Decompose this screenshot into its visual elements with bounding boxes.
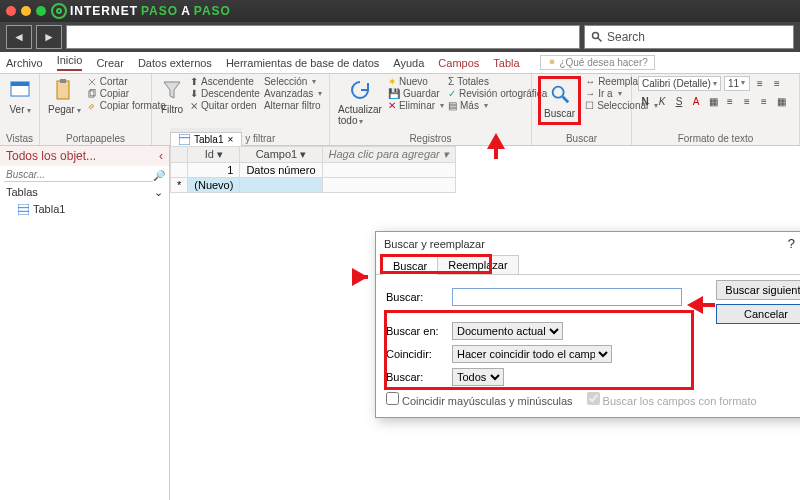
svg-rect-6: [60, 79, 66, 83]
search-input[interactable]: Search: [584, 25, 794, 49]
dialog-titlebar[interactable]: Buscar y reemplazar ?✕: [376, 232, 800, 255]
forward-button[interactable]: ►: [36, 25, 62, 49]
tab-crear[interactable]: Crear: [96, 57, 124, 69]
object-tab-tabla1[interactable]: Tabla1×: [170, 132, 242, 146]
buscar-button[interactable]: Buscar: [538, 76, 581, 125]
chk-mayusculas[interactable]: Coincidir mayúsculas y minúsculas: [386, 392, 573, 407]
group-vistas: Ver Vistas: [0, 74, 40, 145]
navigation-pane: Todos los objet...‹ 🔎 Tablas⌄ Tabla1: [0, 146, 170, 500]
group-label: Buscar: [538, 132, 625, 145]
svg-point-0: [593, 33, 599, 39]
nuevo-button[interactable]: ✶Nuevo: [388, 76, 444, 87]
tab-campos[interactable]: Campos: [438, 57, 479, 69]
buscar-siguiente-button[interactable]: Buscar siguiente: [716, 280, 800, 300]
close-icon[interactable]: ×: [227, 134, 233, 145]
filtro-button[interactable]: Filtro: [158, 76, 186, 117]
tab-inicio[interactable]: Inicio: [57, 54, 83, 71]
align-l-button[interactable]: ≡: [723, 94, 737, 108]
nav-search-input[interactable]: [4, 168, 153, 182]
browser-navbar: ◄ ► Search: [0, 22, 800, 52]
group-portapapeles: Pegar Cortar Copiar Copiar formato Porta…: [40, 74, 152, 145]
italic-button[interactable]: K: [655, 94, 669, 108]
search-icon: [591, 31, 603, 43]
dialog-tab-reemplazar[interactable]: Reemplazar: [437, 255, 518, 274]
svg-rect-11: [18, 204, 29, 215]
nav-item-tabla1[interactable]: Tabla1: [0, 201, 169, 217]
quitar-button[interactable]: ⨯Quitar orden: [190, 100, 260, 111]
tell-me[interactable]: ¿Qué desea hacer?: [540, 55, 655, 70]
dialog-tab-buscar[interactable]: Buscar: [382, 256, 438, 275]
cancelar-button[interactable]: Cancelar: [716, 304, 800, 324]
table-row-new[interactable]: * (Nuevo): [171, 178, 456, 193]
fill-button[interactable]: ▦: [706, 94, 720, 108]
nav-section-tables[interactable]: Tablas⌄: [0, 184, 169, 201]
align-c-button[interactable]: ≡: [740, 94, 754, 108]
bold-button[interactable]: N: [638, 94, 652, 108]
search-placeholder: Search: [607, 30, 645, 44]
help-icon[interactable]: ?: [788, 236, 795, 251]
col-campo1[interactable]: Campo1 ▾: [240, 147, 322, 163]
pegar-button[interactable]: Pegar: [46, 76, 83, 117]
tab-externos[interactable]: Datos externos: [138, 57, 212, 69]
brand-text: INTERNET: [70, 4, 138, 18]
svg-line-10: [562, 97, 568, 103]
size-select[interactable]: 11: [724, 76, 750, 91]
table-icon: [179, 134, 190, 145]
group-label: Registros: [336, 132, 525, 145]
seleccion-button[interactable]: Selección: [264, 76, 322, 87]
chevron-left-icon[interactable]: ‹: [159, 149, 163, 163]
buscar-en-select[interactable]: Documento actual: [452, 322, 563, 340]
chk-formato: Buscar los campos con formato: [587, 392, 757, 407]
tab-herramientas[interactable]: Herramientas de base de datos: [226, 57, 379, 69]
buscar-input[interactable]: [452, 288, 682, 306]
font-color-button[interactable]: A: [689, 94, 703, 108]
underline-button[interactable]: S: [672, 94, 686, 108]
data-grid[interactable]: Id ▾ Campo1 ▾ Haga clic para agregar ▾ 1…: [170, 146, 456, 193]
back-button[interactable]: ◄: [6, 25, 32, 49]
svg-rect-5: [57, 81, 69, 99]
svg-rect-14: [179, 134, 190, 145]
search-icon[interactable]: 🔎: [153, 170, 165, 181]
bulb-icon: [547, 58, 557, 68]
ver-button[interactable]: Ver: [6, 76, 34, 117]
align-r-button[interactable]: ≡: [757, 94, 771, 108]
indent-icon[interactable]: ≡: [753, 77, 767, 91]
direccion-select[interactable]: Todos: [452, 368, 504, 386]
nav-header[interactable]: Todos los objet...‹: [0, 146, 169, 166]
guardar-button[interactable]: 💾Guardar: [388, 88, 444, 99]
dialog-title: Buscar y reemplazar: [384, 238, 485, 250]
url-input[interactable]: [66, 25, 580, 49]
label-en: Buscar en:: [386, 325, 444, 337]
svg-point-9: [552, 87, 563, 98]
desc-button[interactable]: ⬇Descendente: [190, 88, 260, 99]
alternar-button[interactable]: Alternar filtro: [264, 100, 322, 111]
brand-text: PASO: [194, 4, 231, 18]
magnifier-icon: [549, 83, 571, 105]
avanzadas-button[interactable]: Avanzadas: [264, 88, 322, 99]
brand-logo: INTERNETPASOAPASO: [51, 3, 231, 19]
tab-tabla[interactable]: Tabla: [493, 57, 519, 69]
datasheet: Tabla1× Id ▾ Campo1 ▾ Haga clic para agr…: [170, 146, 800, 500]
table-row[interactable]: 1 Datos número: [171, 163, 456, 178]
coincidir-select[interactable]: Hacer coincidir todo el campo: [452, 345, 612, 363]
min-dot[interactable]: [21, 6, 31, 16]
col-id[interactable]: Id ▾: [188, 147, 240, 163]
outdent-icon[interactable]: ≡: [770, 77, 784, 91]
group-label: Portapapeles: [46, 132, 145, 145]
eliminar-button[interactable]: ✕Eliminar: [388, 100, 444, 111]
svg-rect-4: [11, 82, 29, 86]
group-label: Formato de texto: [638, 132, 793, 145]
label-coincidir: Coincidir:: [386, 348, 444, 360]
font-select[interactable]: Calibri (Detalle): [638, 76, 721, 91]
tab-archivo[interactable]: Archivo: [6, 57, 43, 69]
col-add[interactable]: Haga clic para agregar ▾: [322, 147, 455, 163]
tab-ayuda[interactable]: Ayuda: [393, 57, 424, 69]
actualizar-button[interactable]: Actualizar todo: [336, 76, 384, 128]
asc-button[interactable]: ⬆Ascendente: [190, 76, 260, 87]
svg-line-1: [598, 38, 602, 42]
label-direccion: Buscar:: [386, 371, 444, 383]
max-dot[interactable]: [36, 6, 46, 16]
grid-button[interactable]: ▦: [774, 94, 788, 108]
find-replace-dialog: Buscar y reemplazar ?✕ Buscar Reemplazar…: [375, 231, 800, 418]
close-dot[interactable]: [6, 6, 16, 16]
